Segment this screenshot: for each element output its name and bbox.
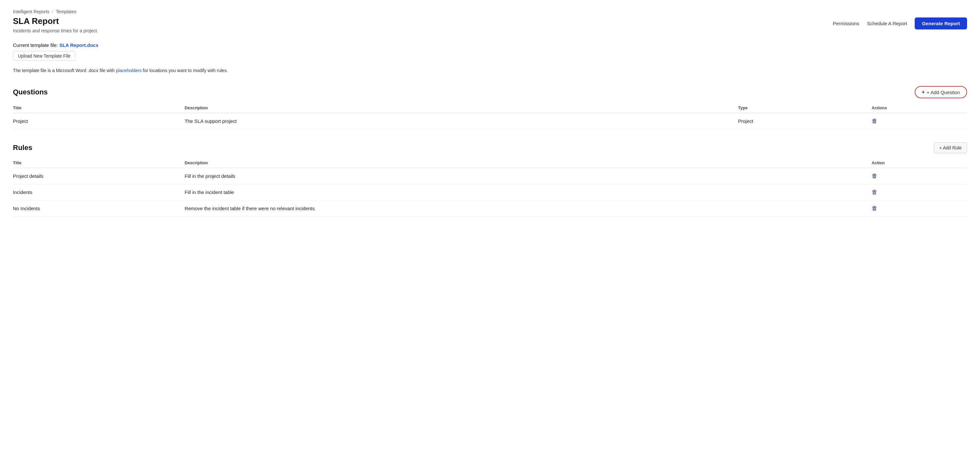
header-actions: Permissions Schedule A Report Generate R… [833, 18, 967, 29]
rules-title: Rules [13, 143, 32, 152]
delete-question-button[interactable]: 🗑 [872, 118, 878, 124]
table-row: Incidents Fill in the incident table 🗑 [13, 184, 967, 200]
add-question-button[interactable]: + + Add Question [915, 86, 967, 98]
col-header-description: Description [185, 103, 738, 113]
add-rule-label: + Add Rule [939, 145, 962, 150]
rule-title: Incidents [13, 184, 185, 200]
col-header-title: Title [13, 103, 185, 113]
rule-actions: 🗑 [872, 200, 967, 216]
template-section: Current template file: SLA Report.docx U… [13, 42, 967, 73]
rule-description: Remove the incident table if there were … [185, 200, 872, 216]
table-row: Project details Fill in the project deta… [13, 168, 967, 184]
questions-table: Title Description Type Actions Project T… [13, 103, 967, 129]
col-header-type: Type [738, 103, 872, 113]
question-description: The SLA support project [185, 113, 738, 129]
rules-table: Title Description Action Project details… [13, 158, 967, 216]
add-rule-button[interactable]: + Add Rule [934, 142, 967, 153]
delete-rule-button[interactable]: 🗑 [872, 189, 878, 196]
schedule-report-button[interactable]: Schedule A Report [867, 21, 907, 26]
template-file-link[interactable]: SLA Report.docx [59, 42, 98, 48]
rule-title: No Incidents [13, 200, 185, 216]
generate-report-button[interactable]: Generate Report [915, 18, 967, 29]
question-type: Project [738, 113, 872, 129]
add-question-label: + Add Question [927, 89, 960, 95]
breadcrumb-separator: / [52, 9, 53, 14]
upload-template-button[interactable]: Upload New Template File [13, 51, 75, 61]
breadcrumb-current: Templates [56, 9, 76, 14]
rule-title: Project details [13, 168, 185, 184]
col-header-rule-title: Title [13, 158, 185, 168]
page-header-left: SLA Report Incidents and response times … [13, 16, 98, 33]
rule-actions: 🗑 [872, 168, 967, 184]
template-hint: The template file is a Microsoft Word .d… [13, 68, 967, 73]
page-subtitle: Incidents and response times for a proje… [13, 28, 98, 33]
delete-rule-button[interactable]: 🗑 [872, 205, 878, 212]
template-file-label: Current template file: SLA Report.docx [13, 42, 967, 48]
rules-section-header: Rules + Add Rule [13, 142, 967, 153]
col-header-actions: Actions [872, 103, 967, 113]
permissions-button[interactable]: Permissions [833, 21, 859, 26]
table-row: Project The SLA support project Project … [13, 113, 967, 129]
delete-rule-button[interactable]: 🗑 [872, 173, 878, 180]
question-actions: 🗑 [872, 113, 967, 129]
breadcrumb: Intelligent Reports / Templates [13, 9, 967, 14]
table-row: No Incidents Remove the incident table i… [13, 200, 967, 216]
question-title: Project [13, 113, 185, 129]
placeholders-link[interactable]: placeholders [116, 68, 142, 73]
page-title: SLA Report [13, 16, 98, 26]
plus-icon: + [922, 89, 925, 95]
breadcrumb-root[interactable]: Intelligent Reports [13, 9, 49, 14]
col-header-rule-description: Description [185, 158, 872, 168]
questions-section-header: Questions + + Add Question [13, 86, 967, 98]
page-header: SLA Report Incidents and response times … [13, 16, 967, 33]
rule-actions: 🗑 [872, 184, 967, 200]
rule-description: Fill in the incident table [185, 184, 872, 200]
col-header-rule-action: Action [872, 158, 967, 168]
rule-description: Fill in the project details [185, 168, 872, 184]
questions-title: Questions [13, 88, 48, 96]
